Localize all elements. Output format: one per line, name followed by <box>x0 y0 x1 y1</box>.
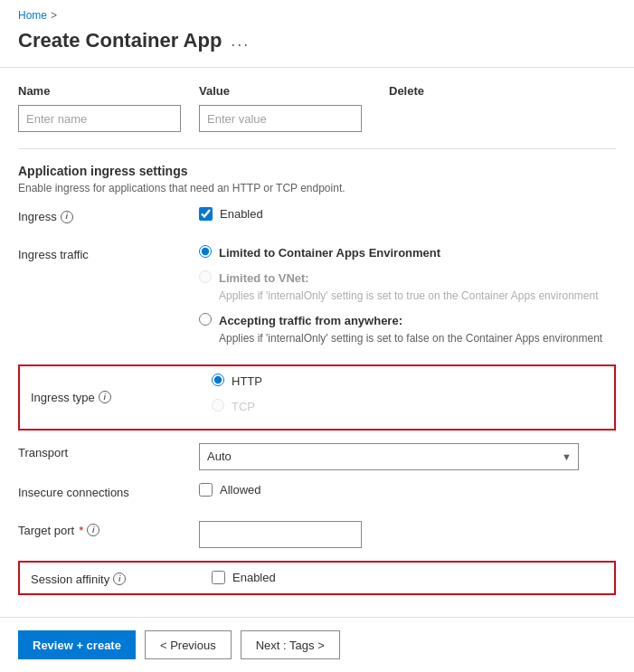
transport-select-wrapper: Auto HTTP/1 HTTP/2 TCP ▼ <box>199 443 579 470</box>
session-affinity-label: Session affinity <box>31 573 109 586</box>
page-title-text: Create Container App <box>18 29 222 52</box>
ingress-label: Ingress <box>18 210 57 223</box>
session-affinity-highlighted-box: Session affinity i Enabled <box>18 561 616 595</box>
session-affinity-info-icon[interactable]: i <box>113 573 126 585</box>
next-button[interactable]: Next : Tags > <box>241 630 340 659</box>
main-content: Name Value Delete Application ingress se… <box>0 79 634 671</box>
target-port-info-icon[interactable]: i <box>87 524 99 536</box>
table-row <box>18 101 616 136</box>
section-title: Application ingress settings <box>18 164 616 178</box>
page-title: Create Container App ... <box>0 25 634 67</box>
ingress-type-label: Ingress type <box>31 391 95 404</box>
ingress-traffic-row: Ingress traffic Limited to Container App… <box>18 245 616 352</box>
table-header: Name Value Delete <box>18 79 616 101</box>
ingress-enabled-checkbox[interactable] <box>199 207 213 221</box>
ingress-type-highlighted-box: Ingress type i HTTP TCP <box>18 364 616 430</box>
traffic-label-limited-container: Limited to Container Apps Environment <box>219 245 440 261</box>
traffic-radio-limited-container[interactable] <box>199 245 212 258</box>
insecure-connections-checkbox[interactable] <box>199 483 213 497</box>
target-port-input[interactable]: 80 <box>199 521 362 548</box>
ingress-type-tcp-option: TCP <box>212 399 603 415</box>
page-title-ellipsis[interactable]: ... <box>231 32 250 51</box>
breadcrumb: Home > <box>0 0 634 25</box>
ingress-type-tcp-label: TCP <box>232 399 255 415</box>
ingress-enabled-label: Enabled <box>220 207 263 221</box>
ingress-info-icon[interactable]: i <box>61 211 73 223</box>
section-divider <box>18 148 616 149</box>
value-input[interactable] <box>199 105 362 132</box>
transport-label: Transport <box>18 446 68 459</box>
insecure-connections-row: Insecure connections Allowed <box>18 483 616 508</box>
traffic-label-limited-vnet: Limited to VNet: Applies if 'internalOnl… <box>219 270 598 304</box>
target-port-label: Target port <box>18 524 74 537</box>
session-affinity-checkbox-label: Enabled <box>232 571 276 584</box>
traffic-option-0: Limited to Container Apps Environment <box>199 245 616 261</box>
col-delete: Delete <box>389 84 461 98</box>
ingress-type-http-radio[interactable] <box>212 374 224 386</box>
transport-select[interactable]: Auto HTTP/1 HTTP/2 TCP <box>199 443 579 470</box>
traffic-radio-accepting-anywhere[interactable] <box>199 313 212 326</box>
name-input[interactable] <box>18 105 181 132</box>
target-port-row: Target port * i 80 <box>18 521 616 548</box>
col-name: Name <box>18 84 199 98</box>
breadcrumb-separator: > <box>51 9 57 22</box>
traffic-option-1: Limited to VNet: Applies if 'internalOnl… <box>199 270 616 304</box>
title-divider <box>0 67 634 68</box>
ingress-traffic-label: Ingress traffic <box>18 248 89 261</box>
session-affinity-checkbox[interactable] <box>212 571 225 584</box>
bottom-bar: Review + create < Previous Next : Tags > <box>0 617 634 672</box>
review-create-button[interactable]: Review + create <box>18 630 136 659</box>
ingress-type-http-option: HTTP <box>212 374 603 390</box>
ingress-type-tcp-radio[interactable] <box>212 399 224 412</box>
col-value: Value <box>199 84 389 98</box>
ingress-row: Ingress i Enabled <box>18 207 616 232</box>
traffic-label-accepting-anywhere: Accepting traffic from anywhere: Applies… <box>219 313 602 346</box>
insecure-connections-checkbox-label: Allowed <box>220 483 261 497</box>
traffic-option-2: Accepting traffic from anywhere: Applies… <box>199 313 616 346</box>
transport-row: Transport Auto HTTP/1 HTTP/2 TCP ▼ <box>18 443 616 470</box>
traffic-radio-limited-vnet[interactable] <box>199 270 212 283</box>
section-subtitle: Enable ingress for applications that nee… <box>18 182 616 194</box>
previous-button[interactable]: < Previous <box>145 630 232 659</box>
ingress-type-http-label: HTTP <box>232 374 262 390</box>
ingress-type-info-icon[interactable]: i <box>99 391 111 403</box>
breadcrumb-home[interactable]: Home <box>18 9 47 22</box>
insecure-connections-label: Insecure connections <box>18 486 129 499</box>
